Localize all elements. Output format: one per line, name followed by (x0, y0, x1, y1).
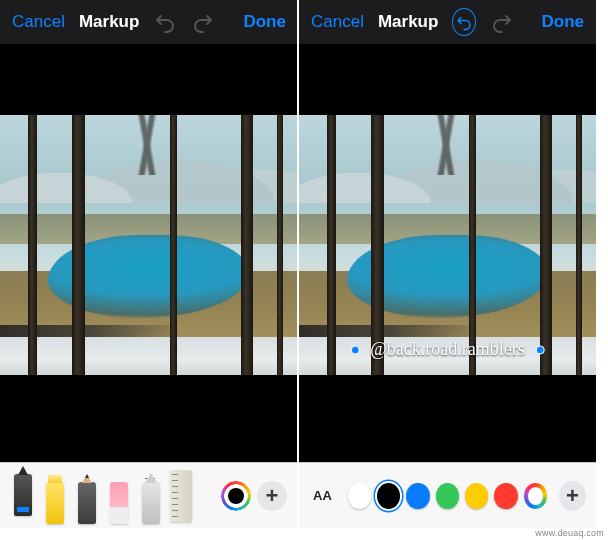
color-picker-button[interactable] (524, 483, 547, 509)
photo (0, 115, 297, 375)
font-style-button[interactable]: AA (309, 481, 336, 511)
done-button[interactable]: Done (542, 12, 585, 32)
color-blue[interactable] (406, 483, 429, 509)
color-green[interactable] (436, 483, 459, 509)
canvas[interactable]: @back.road.ramblers (299, 44, 596, 462)
eraser-tool[interactable] (106, 468, 132, 524)
resize-handle-left[interactable] (350, 345, 359, 354)
color-picker-button[interactable] (221, 481, 251, 511)
text-color-toolbar: AA + (299, 462, 596, 528)
pen-tool[interactable] (10, 460, 36, 516)
nav-bar: Cancel Markup Done (0, 0, 297, 44)
add-button[interactable]: + (257, 481, 287, 511)
undo-icon[interactable] (452, 8, 475, 36)
nav-bar: Cancel Markup Done (299, 0, 596, 44)
marker-tool[interactable] (42, 468, 68, 524)
text-annotation[interactable]: @back.road.ramblers (356, 338, 539, 361)
canvas[interactable] (0, 44, 297, 462)
redo-icon[interactable] (191, 8, 215, 36)
ruler-tool[interactable] (170, 470, 192, 522)
left-screenshot: Cancel Markup Done (0, 0, 297, 528)
undo-icon[interactable] (153, 8, 177, 36)
photo: @back.road.ramblers (299, 115, 596, 375)
cancel-button[interactable]: Cancel (311, 12, 364, 32)
color-white[interactable] (348, 483, 371, 509)
screenshots-row: Cancel Markup Done (0, 0, 596, 528)
color-yellow[interactable] (465, 483, 488, 509)
right-screenshot: Cancel Markup Done (299, 0, 596, 528)
text-annotation-content: @back.road.ramblers (370, 339, 525, 359)
source-badge: www.deuaq.com (535, 528, 604, 538)
color-black[interactable] (377, 483, 400, 509)
resize-handle-right[interactable] (536, 345, 545, 354)
cancel-button[interactable]: Cancel (12, 12, 65, 32)
page-title: Markup (79, 12, 139, 32)
page-title: Markup (378, 12, 438, 32)
add-button[interactable]: + (559, 481, 586, 511)
pencil-tool[interactable] (74, 468, 100, 524)
markup-tool-toolbar: + (0, 462, 297, 528)
done-button[interactable]: Done (243, 12, 286, 32)
lasso-tool[interactable] (138, 468, 164, 524)
redo-icon[interactable] (490, 8, 514, 36)
color-red[interactable] (494, 483, 517, 509)
